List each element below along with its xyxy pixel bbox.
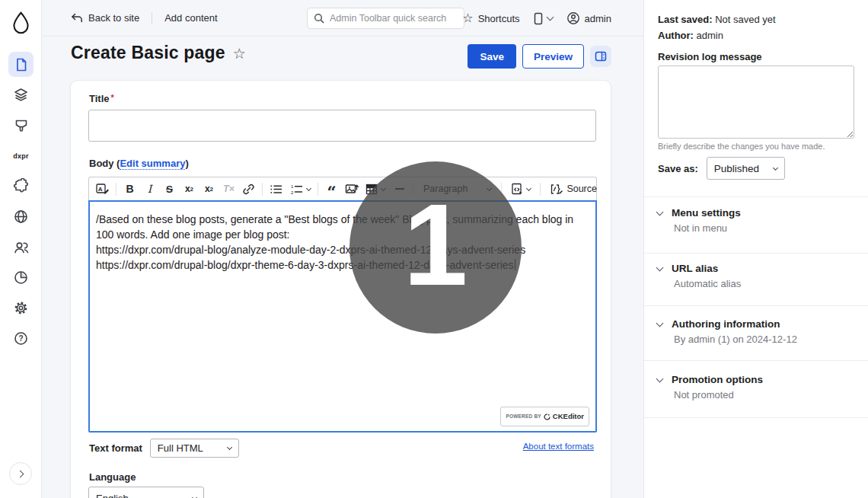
node-form-card: Title* Body (Edit summary) A B I S x2 x2	[70, 80, 611, 498]
shortcuts-label: Shortcuts	[478, 13, 520, 24]
chevron-down-icon	[305, 185, 311, 190]
ckeditor-toolbar: A B I S x2 x2 T×	[88, 177, 597, 200]
section-url-alias-summary: Automatic alias	[674, 278, 741, 289]
table-icon[interactable]	[362, 180, 389, 199]
numbered-list-icon[interactable]: 12	[286, 180, 314, 199]
text-format-value: Full HTML	[158, 442, 203, 454]
chevron-down-icon	[546, 14, 554, 21]
italic-icon[interactable]: I	[140, 180, 159, 199]
quick-search-box[interactable]	[307, 8, 464, 29]
save-as-value: Published	[714, 163, 759, 174]
bulleted-list-icon[interactable]	[266, 180, 286, 199]
section-url-alias[interactable]: URL alias	[657, 263, 718, 274]
sidebar-item-extend[interactable]	[8, 174, 34, 199]
template-icon[interactable]	[506, 180, 536, 199]
sidebar-item-people[interactable]	[8, 235, 34, 260]
toolbar-separator	[413, 183, 413, 196]
search-input[interactable]	[330, 13, 458, 24]
node-meta-panel: Last saved: Not saved yet Author: admin …	[643, 0, 868, 498]
svg-text:A: A	[97, 186, 102, 193]
chevron-down-icon	[656, 263, 664, 271]
sidebar-item-globe[interactable]	[8, 204, 34, 229]
save-as-label: Save as:	[658, 163, 698, 174]
ckeditor: A B I S x2 x2 T×	[88, 177, 597, 433]
sidebar-item-structure[interactable]	[8, 82, 34, 107]
text-format-row: Text format Full HTML	[89, 439, 239, 458]
ckeditor-editable-area[interactable]: /Based on these blog posts, generate a "…	[88, 200, 597, 433]
save-button[interactable]: Save	[468, 44, 516, 69]
image-upload-icon[interactable]	[342, 180, 361, 199]
remove-format-icon[interactable]: T×	[219, 180, 238, 199]
people-icon	[13, 239, 30, 256]
block-quote-icon[interactable]: “	[322, 180, 341, 199]
save-as-row: Save as: Published	[658, 157, 785, 180]
sidebar-item-appearance[interactable]	[8, 113, 34, 138]
superscript-icon[interactable]: x2	[180, 180, 199, 199]
language-select[interactable]: English	[88, 487, 204, 498]
section-menu-settings-summary: Not in menu	[674, 222, 727, 234]
sidebar-item-dxpr[interactable]: dxpr	[8, 143, 34, 168]
body-text-line: https://dxpr.com/drupal-blog/analyze-mod…	[96, 242, 589, 257]
sidebar-item-content[interactable]	[8, 52, 34, 77]
bold-icon[interactable]: B	[120, 180, 139, 199]
toolbar-separator	[262, 183, 263, 196]
language-value: English	[96, 493, 129, 498]
ckeditor-badge: POWERED BY CKEditor	[500, 407, 589, 426]
source-button[interactable]: Source	[544, 180, 602, 199]
shortcuts-button[interactable]: ☆ Shortcuts	[462, 12, 519, 24]
revision-log-label: Revision log message	[658, 51, 762, 62]
back-to-site-link[interactable]: Back to site	[71, 12, 139, 24]
rail-nav: dxpr ?	[0, 52, 42, 351]
preview-button[interactable]: Preview	[522, 44, 584, 69]
link-icon[interactable]	[239, 180, 258, 199]
revision-log-textarea[interactable]	[658, 65, 854, 139]
edit-summary-link[interactable]: Edit summary	[120, 158, 185, 170]
source-code-icon	[550, 184, 563, 195]
sidebar-item-help[interactable]: ?	[8, 326, 34, 351]
device-preview-button[interactable]	[534, 12, 553, 25]
search-icon	[314, 13, 324, 24]
paragraph-dropdown[interactable]: Paragraph	[417, 180, 497, 199]
section-promotion-options[interactable]: Promotion options	[657, 374, 763, 385]
chevron-down-icon	[773, 164, 778, 170]
ai-writer-icon[interactable]: A	[93, 180, 112, 199]
about-text-formats-link[interactable]: About text formats	[523, 442, 594, 451]
bookmark-star-icon[interactable]: ☆	[233, 46, 246, 61]
drupal-logo-icon[interactable]	[10, 11, 32, 35]
panel-toggle-icon	[595, 51, 607, 62]
sidebar-toggle-button[interactable]	[590, 46, 611, 67]
sidebar-expand-button[interactable]	[9, 462, 32, 485]
panel-divider	[644, 417, 868, 418]
admin-toolbar: Back to site Add content ☆ Shortcuts	[42, 0, 643, 37]
pie-chart-icon	[13, 270, 29, 286]
sidebar-item-configuration[interactable]	[8, 295, 34, 321]
text-format-select[interactable]: Full HTML	[150, 439, 239, 458]
ckeditor-logo-icon	[544, 413, 550, 420]
left-icon-rail: dxpr ?	[0, 0, 42, 498]
body-text-line: https://dxpr.com/drupal-blog/dxpr-theme-…	[96, 257, 589, 273]
puzzle-icon	[13, 178, 29, 194]
user-menu[interactable]: admin	[566, 11, 611, 25]
section-menu-settings[interactable]: Menu settings	[657, 207, 741, 219]
powered-by-label: POWERED BY	[506, 409, 541, 424]
panel-divider	[644, 305, 868, 306]
add-content-link[interactable]: Add content	[164, 12, 217, 24]
section-authoring-information[interactable]: Authoring information	[657, 318, 780, 330]
star-icon: ☆	[462, 12, 473, 24]
required-asterisk: *	[111, 93, 114, 102]
chevron-down-icon	[656, 319, 664, 327]
chevron-down-icon	[227, 445, 232, 450]
strikethrough-icon[interactable]: S	[160, 180, 179, 199]
save-as-select[interactable]: Published	[707, 157, 785, 180]
body-text-line: 100 words. Add one image per blog post:	[96, 227, 589, 242]
back-to-site-label: Back to site	[88, 12, 139, 24]
text-cursor	[515, 259, 516, 270]
horizontal-line-icon[interactable]	[390, 180, 409, 199]
page-title-row: Create Basic page ☆	[71, 43, 246, 63]
sidebar-item-reports[interactable]	[8, 265, 34, 290]
main-column: Back to site Add content ☆ Shortcuts	[42, 0, 643, 498]
subscript-icon[interactable]: x2	[199, 180, 219, 199]
layers-icon	[13, 87, 29, 103]
body-text-line: /Based on these blog posts, generate a "…	[96, 212, 589, 227]
title-input[interactable]	[88, 110, 596, 142]
